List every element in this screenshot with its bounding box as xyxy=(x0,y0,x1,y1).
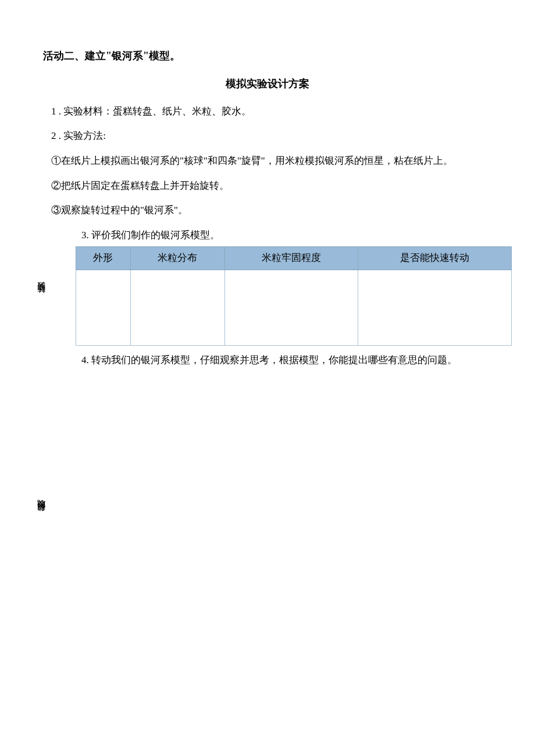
table-cell-distribution[interactable] xyxy=(130,270,224,345)
plan-title: 模拟实验设计方案 xyxy=(35,74,500,93)
table-cell-firmness[interactable] xyxy=(224,270,358,345)
table-header-row: 外形 米粒分布 米粒牢固程度 是否能快速转动 xyxy=(76,247,512,270)
method-step-2: ②把纸片固定在蛋糕转盘上并开始旋转。 xyxy=(51,177,500,195)
table-row xyxy=(76,270,512,345)
activity-title: 活动二、建立"银河系"模型。 xyxy=(43,46,500,65)
side-label-experiment: 转动实验 xyxy=(34,295,48,299)
table-cell-shape[interactable] xyxy=(76,270,131,345)
evaluation-table: 外形 米粒分布 米粒牢固程度 是否能快速转动 xyxy=(76,246,512,346)
method-step-3: ③观察旋转过程中的"银河系"。 xyxy=(51,202,500,220)
eval-label: 3. 评价我们制作的银河系模型。 xyxy=(81,227,500,245)
table-wrap: 转动实验 外形 米粒分布 米粒牢固程度 是否能快速转动 xyxy=(51,246,500,346)
table-header-distribution: 米粒分布 xyxy=(130,247,224,270)
table-header-firmness: 米粒牢固程度 xyxy=(224,247,358,270)
content-section: 1 . 实验材料：蛋糕转盘、纸片、米粒、胶水。 2 . 实验方法: ①在纸片上模… xyxy=(51,103,500,370)
table-header-rotation: 是否能快速转动 xyxy=(358,247,512,270)
question-line: 4. 转动我们的银河系模型，仔细观察并思考，根据模型，你能提出哪些有意思的问题。 xyxy=(81,352,500,370)
table-header-shape: 外形 xyxy=(76,247,131,270)
method-step-1: ①在纸片上模拟画出银河系的"核球"和四条"旋臂"，用米粒模拟银河系的恒星，粘在纸… xyxy=(51,152,500,170)
materials-line: 1 . 实验材料：蛋糕转盘、纸片、米粒、胶水。 xyxy=(51,103,500,121)
method-label: 2 . 实验方法: xyxy=(51,127,500,145)
table-cell-rotation[interactable] xyxy=(358,270,512,345)
side-label-findings: 我们的发现 xyxy=(34,513,48,518)
